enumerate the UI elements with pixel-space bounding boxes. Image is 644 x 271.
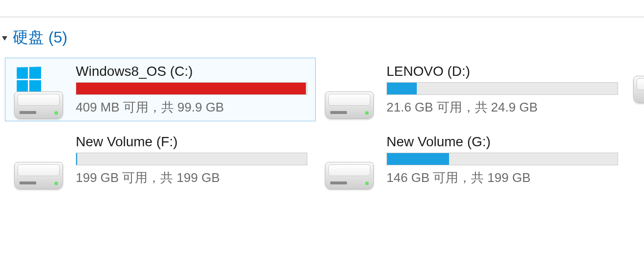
drive-icon [9,60,68,119]
usage-bar [386,82,618,95]
drives-grid: Windows8_OS (C:) 409 MB 可用，共 99.9 GB LEN… [5,58,644,199]
drive-free-text: 146 GB 可用，共 199 GB [386,169,622,186]
hard-drive-icon [633,76,644,103]
drive-free-text: 21.6 GB 可用，共 24.9 GB [386,99,622,116]
section-header[interactable]: 硬盘 (5) [0,27,67,48]
usage-bar [386,153,618,165]
drive-free-text: 199 GB 可用，共 199 GB [76,169,311,186]
drive-info: LENOVO (D:) 21.6 GB 可用，共 24.9 GB [379,64,622,116]
hard-drive-icon [325,91,374,119]
usage-bar [76,153,307,165]
drive-name: LENOVO (D:) [386,64,622,79]
drive-name: Windows8_OS (C:) [76,64,311,79]
drive-icon [320,131,379,189]
drive-item-partial[interactable] [629,58,644,121]
windows-logo-icon [16,67,43,93]
drive-name: New Volume (F:) [76,134,311,150]
drive-name: New Volume (G:) [386,134,622,150]
top-divider [0,17,644,17]
hard-drive-icon [325,162,374,189]
usage-fill [76,83,306,94]
drive-icon [320,60,379,119]
hard-drive-icon [14,162,63,189]
drive-item-d[interactable]: LENOVO (D:) 21.6 GB 可用，共 24.9 GB [316,58,626,121]
drive-info: Windows8_OS (C:) 409 MB 可用，共 99.9 GB [68,64,311,116]
usage-fill [387,153,449,165]
drive-item-g[interactable]: New Volume (G:) 146 GB 可用，共 199 GB [316,128,626,192]
usage-bar [76,82,307,95]
drive-icon [9,131,68,189]
drive-free-text: 409 MB 可用，共 99.9 GB [76,99,311,116]
drive-item-f[interactable]: New Volume (F:) 199 GB 可用，共 199 GB [5,128,316,192]
usage-fill [76,153,77,165]
usage-fill [387,83,417,94]
section-title: 硬盘 (5) [13,27,67,48]
drive-info: New Volume (G:) 146 GB 可用，共 199 GB [379,134,622,186]
drive-info: New Volume (F:) 199 GB 可用，共 199 GB [68,134,311,186]
hard-drive-icon [14,91,63,119]
drive-item-c[interactable]: Windows8_OS (C:) 409 MB 可用，共 99.9 GB [5,58,316,121]
collapse-triangle-icon[interactable] [1,34,9,42]
